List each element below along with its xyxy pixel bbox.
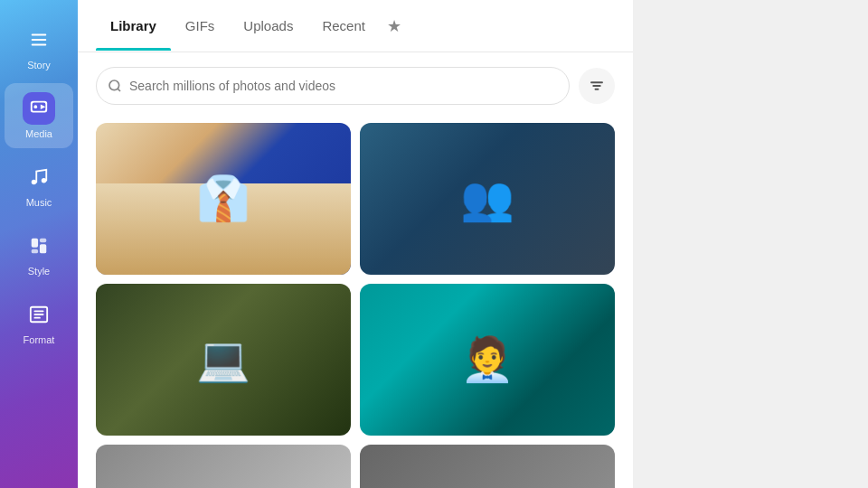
format-icon-wrapper	[23, 298, 55, 331]
sidebar-item-media-label: Media	[25, 128, 52, 139]
sidebar-item-music[interactable]: Music	[5, 152, 73, 217]
sidebar-item-format-label: Format	[24, 334, 55, 345]
image-card-4[interactable]	[360, 284, 615, 436]
svg-rect-11	[32, 249, 38, 254]
svg-point-5	[34, 105, 38, 108]
search-bar[interactable]	[96, 67, 570, 105]
media-icon-wrapper	[23, 92, 55, 125]
svg-rect-14	[34, 310, 44, 312]
style-icon-wrapper	[23, 230, 55, 262]
svg-rect-16	[34, 317, 41, 319]
search-area	[78, 52, 633, 116]
filter-button[interactable]	[579, 68, 615, 104]
svg-rect-12	[40, 244, 46, 253]
sidebar-item-story-label: Story	[27, 60, 51, 70]
search-input[interactable]	[129, 79, 558, 93]
main-panel: Library GIFs Uploads Recent ★	[78, 0, 633, 488]
tab-uploads[interactable]: Uploads	[229, 2, 307, 50]
tab-library[interactable]: Library	[96, 2, 171, 50]
music-icon	[29, 167, 49, 187]
sidebar-item-format[interactable]: Format	[5, 289, 73, 354]
style-icon	[29, 236, 49, 256]
sidebar-item-style-label: Style	[28, 266, 50, 277]
sidebar: Story Media Music	[0, 0, 78, 488]
svg-rect-1	[32, 39, 47, 41]
image-card-1[interactable]	[96, 123, 351, 275]
filter-icon	[589, 78, 605, 94]
menu-icon	[29, 30, 49, 50]
svg-rect-2	[32, 44, 47, 46]
image-card-3[interactable]	[96, 284, 351, 436]
svg-point-17	[109, 80, 119, 90]
music-icon-wrapper	[23, 161, 55, 193]
sidebar-item-style[interactable]: Style	[5, 221, 73, 286]
media-icon	[29, 99, 49, 118]
svg-point-8	[42, 178, 47, 183]
tab-recent[interactable]: Recent	[307, 2, 380, 50]
svg-line-18	[118, 89, 120, 91]
image-card-6[interactable]	[360, 445, 615, 488]
story-icon-wrapper	[23, 23, 55, 56]
sidebar-item-media[interactable]: Media	[5, 83, 73, 148]
svg-rect-15	[34, 314, 44, 315]
right-panel	[633, 0, 868, 488]
format-icon	[29, 305, 49, 324]
svg-point-7	[32, 180, 37, 185]
tab-gifs[interactable]: GIFs	[171, 2, 230, 50]
svg-rect-10	[40, 239, 46, 243]
image-card-5[interactable]	[96, 445, 351, 488]
favorites-star[interactable]: ★	[380, 0, 409, 52]
search-icon	[108, 79, 122, 93]
svg-rect-0	[32, 34, 47, 36]
sidebar-item-story[interactable]: Story	[5, 14, 73, 80]
sidebar-item-music-label: Music	[26, 197, 52, 208]
image-grid	[78, 116, 633, 488]
tabs-nav: Library GIFs Uploads Recent ★	[78, 0, 633, 52]
svg-rect-9	[32, 239, 38, 248]
image-card-2[interactable]	[360, 123, 615, 275]
